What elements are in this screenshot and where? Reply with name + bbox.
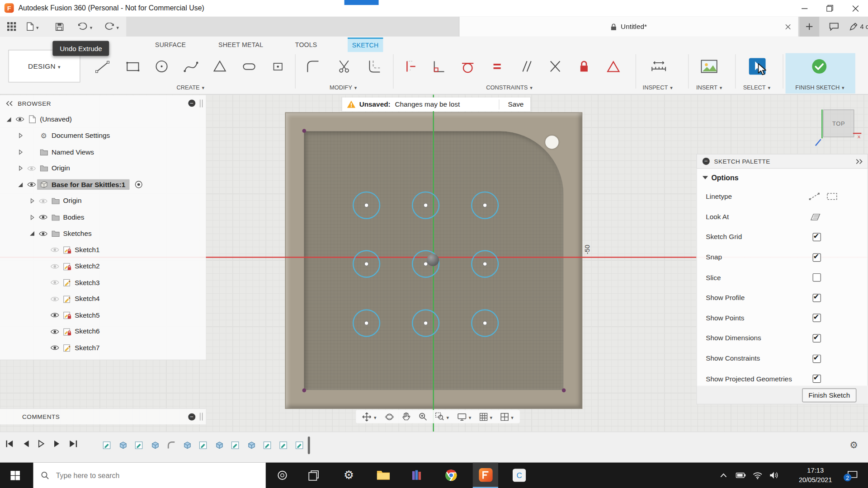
- hand-pan-icon[interactable]: [402, 412, 410, 421]
- search-input[interactable]: [55, 470, 234, 480]
- palette-collapse-icon[interactable]: −: [703, 158, 710, 165]
- file-menu-icon[interactable]: [23, 17, 42, 37]
- collapse-panel-icon[interactable]: [5, 100, 13, 106]
- circle-tool-icon[interactable]: [151, 55, 173, 77]
- viewports-icon[interactable]: [500, 412, 514, 422]
- finish-sketch-group-label[interactable]: FINISH SKETCH: [795, 82, 844, 93]
- browser-item-unsaved[interactable]: (Unsaved): [0, 111, 206, 127]
- construction-linetype-icon[interactable]: [809, 192, 820, 200]
- palette-options-section[interactable]: Options: [697, 169, 868, 186]
- browser-item-bodies[interactable]: Bodies: [0, 209, 206, 225]
- browser-item-sketches[interactable]: Sketches: [0, 225, 206, 242]
- collapse-icon[interactable]: [15, 182, 26, 188]
- timeline-feature-sketch-icon[interactable]: [293, 438, 306, 452]
- browser-item-origin[interactable]: Origin: [0, 160, 206, 176]
- timeline-feature-sketch-icon[interactable]: [133, 438, 145, 452]
- expand-icon[interactable]: [15, 133, 26, 138]
- timeline-feature-extrude-icon[interactable]: [149, 438, 161, 452]
- sketch-hole-circle[interactable]: [471, 192, 499, 219]
- fusion-360-app-icon[interactable]: [473, 463, 498, 488]
- visibility-eye-icon[interactable]: [38, 198, 48, 204]
- minimize-button[interactable]: [792, 0, 817, 17]
- browser-item-sketch6[interactable]: Sketch6: [0, 324, 206, 340]
- save-link[interactable]: Save: [499, 99, 526, 109]
- comments-panel[interactable]: COMMENTS −: [0, 408, 206, 425]
- visibility-eye-icon[interactable]: [38, 214, 48, 220]
- offset-tool-icon[interactable]: [363, 55, 385, 77]
- visibility-eye-icon[interactable]: [26, 165, 37, 171]
- winrar-app-icon[interactable]: [404, 463, 429, 488]
- expand-icon[interactable]: [27, 215, 38, 220]
- pan-icon[interactable]: [362, 412, 376, 422]
- action-center-icon[interactable]: 2: [840, 463, 865, 488]
- chrome-app-icon[interactable]: [439, 463, 464, 488]
- cortana-icon[interactable]: [269, 463, 295, 488]
- trim-scissors-icon[interactable]: [333, 55, 355, 77]
- visibility-eye-icon[interactable]: [49, 263, 60, 269]
- volume-icon[interactable]: [764, 463, 784, 488]
- show-profile-checkbox[interactable]: [813, 294, 821, 302]
- task-view-icon[interactable]: [301, 463, 326, 488]
- select-group-label[interactable]: SELECT: [743, 82, 770, 93]
- tab-sketch[interactable]: SKETCH: [348, 38, 383, 52]
- timeline-feature-fillet-icon[interactable]: [165, 438, 177, 452]
- equal-constraint-icon[interactable]: [486, 55, 508, 77]
- timeline-feature-extrude-icon[interactable]: [213, 438, 225, 452]
- timeline-feature-extrude-icon[interactable]: [117, 438, 129, 452]
- document-tab[interactable]: Untitled*: [459, 17, 799, 37]
- orbit-icon[interactable]: [384, 412, 394, 422]
- line-tool-icon[interactable]: [91, 55, 113, 77]
- timeline-feature-extrude-icon[interactable]: [181, 438, 193, 452]
- restore-button[interactable]: [817, 0, 842, 17]
- rectangle-tool-icon[interactable]: [122, 55, 144, 77]
- start-button[interactable]: [2, 463, 28, 488]
- sketch-hole-circle[interactable]: [412, 192, 439, 219]
- browser-item-base-for-bar-skittles-1[interactable]: Base for Bar Skittles:1: [0, 177, 206, 193]
- tab-surface[interactable]: SURFACE: [148, 38, 193, 52]
- browser-item-named-views[interactable]: Named Views: [0, 144, 206, 160]
- file-explorer-icon[interactable]: [370, 463, 396, 488]
- camtasia-app-icon[interactable]: C: [506, 463, 532, 488]
- insert-image-icon[interactable]: [698, 55, 720, 77]
- timeline-feature-extrude-icon[interactable]: [245, 438, 257, 452]
- new-document-tab-button[interactable]: [799, 17, 819, 37]
- visibility-eye-icon[interactable]: [49, 247, 60, 253]
- browser-collapse-all-icon[interactable]: −: [188, 99, 195, 107]
- tangent-constraint-icon[interactable]: [457, 55, 479, 77]
- sketch-hole-circle[interactable]: [353, 192, 380, 219]
- tab-tools[interactable]: TOOLS: [290, 38, 322, 52]
- visibility-eye-icon[interactable]: [49, 345, 60, 351]
- timeline-feature-sketch-icon[interactable]: [261, 438, 274, 452]
- finish-sketch-icon[interactable]: [808, 55, 830, 77]
- timeline-feature-sketch-icon[interactable]: [229, 438, 241, 452]
- finish-sketch-button[interactable]: Finish Sketch: [802, 389, 856, 403]
- browser-item-sketch7[interactable]: Sketch7: [0, 340, 206, 356]
- zoom-icon[interactable]: [419, 412, 428, 421]
- browser-item-document-settings[interactable]: ⚙Document Settings: [0, 127, 206, 144]
- spline-tool-icon[interactable]: [180, 55, 202, 77]
- show-points-checkbox[interactable]: [813, 314, 821, 322]
- taskbar-search[interactable]: [33, 463, 265, 488]
- settings-app-icon[interactable]: ⚙: [336, 463, 361, 488]
- point-tool-icon[interactable]: [267, 55, 289, 77]
- parallel-constraint-icon[interactable]: [515, 55, 537, 77]
- browser-item-sketch5[interactable]: Sketch5: [0, 307, 206, 324]
- collapse-icon[interactable]: [27, 231, 38, 236]
- timeline-settings-gear-icon[interactable]: ⚙: [849, 439, 858, 451]
- select-tool-icon[interactable]: [746, 55, 769, 77]
- inspect-group-label[interactable]: INSPECT: [643, 82, 673, 93]
- browser-item-origin[interactable]: Origin: [0, 193, 206, 209]
- reference-linetype-icon[interactable]: [826, 192, 837, 200]
- taskbar-clock[interactable]: 17:13 20/05/2021: [793, 466, 838, 485]
- timeline-position-marker[interactable]: [308, 436, 310, 454]
- horizontal-vertical-constraint-icon[interactable]: [399, 55, 421, 77]
- visibility-eye-icon[interactable]: [49, 296, 60, 302]
- tab-sheet-metal[interactable]: SHEET METAL: [212, 38, 269, 52]
- timeline-go-to-end-icon[interactable]: [69, 440, 77, 447]
- close-button[interactable]: [843, 0, 868, 17]
- show-constraints-checkbox[interactable]: [813, 354, 821, 362]
- show-comments-icon[interactable]: [825, 17, 842, 37]
- browser-resize-grip[interactable]: [200, 99, 203, 107]
- visibility-eye-icon[interactable]: [38, 230, 48, 236]
- visibility-eye-icon[interactable]: [26, 182, 37, 188]
